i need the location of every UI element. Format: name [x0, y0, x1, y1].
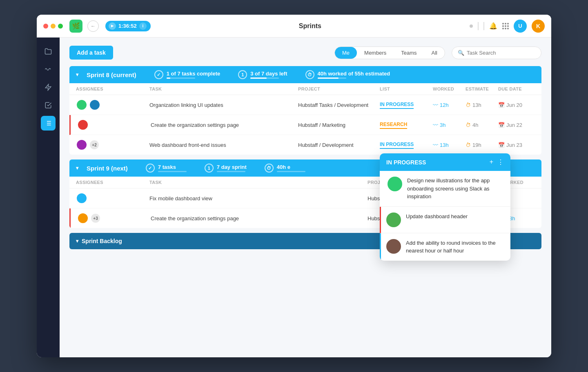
- clock-icon: ⏱: [466, 142, 471, 148]
- col-task: Task: [149, 180, 368, 185]
- window-controls: [43, 24, 63, 29]
- search-input[interactable]: [467, 50, 535, 56]
- panel-title: IN PROGRESS: [386, 159, 426, 166]
- sprint-9-stat2: 1 7 day sprint: [205, 164, 247, 173]
- add-task-button[interactable]: Add a task: [69, 46, 113, 60]
- status-badge: IN PROGRESS: [380, 141, 414, 149]
- sprint-backlog-name: Sprint Backlog: [82, 238, 122, 244]
- status-dot: [470, 24, 473, 28]
- col-duedate: Due Date: [498, 86, 535, 91]
- sidebar-item-wave[interactable]: [41, 62, 56, 77]
- assignees-cell: [77, 119, 151, 131]
- sidebar: [37, 38, 60, 357]
- panel-add-button[interactable]: +: [490, 158, 493, 166]
- table-row[interactable]: Organization linking UI updates Hubstaff…: [69, 95, 541, 115]
- sprint-8-chevron[interactable]: ▾: [76, 72, 78, 78]
- user-initial[interactable]: K: [532, 20, 545, 33]
- back-button[interactable]: ←: [87, 20, 99, 32]
- table-row[interactable]: Create the organization settings page Hu…: [69, 115, 541, 135]
- panel-item[interactable]: Add the ability to round invoices to the…: [380, 233, 510, 261]
- close-dot[interactable]: [43, 24, 48, 29]
- topbar: Add a task Me Members Teams All 🔍: [69, 46, 541, 60]
- sidebar-item-bolt[interactable]: [41, 80, 56, 95]
- sidebar-item-files[interactable]: [41, 44, 56, 59]
- assignees-cell: [76, 193, 149, 204]
- sprint-9-chevron[interactable]: ▾: [76, 165, 78, 171]
- avatar: [77, 119, 89, 131]
- due-cell: 📅 Jun 22: [498, 122, 535, 128]
- filter-me[interactable]: Me: [335, 47, 357, 59]
- sprint-8-stat1: ✓ 1 of 7 tasks complete: [154, 70, 220, 79]
- wave-icon: 〰: [433, 122, 438, 128]
- info-icon[interactable]: i: [139, 22, 147, 30]
- sprint-9-stat3: ⏱ 40h e: [265, 164, 305, 173]
- filter-teams[interactable]: Teams: [394, 47, 424, 59]
- sidebar-item-check[interactable]: [41, 98, 56, 113]
- due-cell: 📅 Jun 23: [498, 142, 535, 148]
- task-name: Create the organization settings page: [151, 122, 298, 128]
- cal-icon: 📅: [498, 142, 505, 148]
- project-name: Hubstaff Tasks / Development: [298, 102, 380, 108]
- estimate-cell: ⏱ 19h: [466, 142, 498, 148]
- panel-item-text: Design new illustrations for the app onb…: [407, 177, 504, 201]
- avatar: [89, 99, 100, 111]
- col-task: Task: [149, 86, 298, 91]
- panel-item-text: Update dashboard header: [406, 213, 468, 221]
- sprint-9-stat1-label: 7 tasks: [158, 164, 187, 170]
- col-list: List: [380, 86, 433, 91]
- day-icon: 1: [205, 164, 214, 173]
- sprint-8-stat2: 1 3 of 7 days left: [238, 70, 287, 79]
- task-name: Organization linking UI updates: [149, 102, 298, 108]
- sprint-8-stat3: ⏱ 40h worked of 55h estimated: [305, 70, 390, 79]
- grid-icon[interactable]: [502, 23, 509, 29]
- panel-actions: + ⋮: [490, 158, 504, 166]
- assignees-cell: [76, 99, 149, 111]
- project-name: Hubstaff / Marketing: [298, 122, 380, 128]
- cal-icon: 📅: [498, 122, 505, 128]
- sprint-9-stat2-label: 7 day sprint: [217, 164, 247, 170]
- estimate-cell: ⏱ 13h: [466, 102, 498, 108]
- panel-item[interactable]: Update dashboard header: [380, 207, 510, 233]
- status-cell: IN PROGRESS: [380, 141, 433, 149]
- maximize-dot[interactable]: [58, 24, 63, 29]
- sprint-8-header: ▾ Sprint 8 (current) ✓ 1 of 7 tasks comp…: [69, 66, 541, 83]
- cal-icon: 📅: [498, 102, 505, 108]
- panel-avatar: [386, 239, 401, 254]
- hours-icon: ⏱: [265, 164, 274, 173]
- clock-icon: ⏱: [466, 122, 471, 128]
- avatar: [77, 213, 89, 224]
- divider2: [483, 22, 484, 30]
- bell-icon[interactable]: 🔔: [489, 22, 497, 30]
- status-cell: RESEARCH: [380, 121, 433, 129]
- sidebar-item-list[interactable]: [41, 116, 56, 131]
- filter-members[interactable]: Members: [357, 47, 394, 59]
- filter-all[interactable]: All: [424, 47, 445, 59]
- col-worked: Worked: [433, 86, 466, 91]
- col-project: Project: [298, 86, 380, 91]
- timer-badge[interactable]: ▶ 1:36:52 i: [105, 21, 151, 31]
- worked-cell: 〰 3h: [433, 122, 466, 128]
- assignees-cell: +2: [76, 139, 149, 151]
- assignees-cell: +3: [77, 213, 151, 224]
- status-cell: IN PROGRESS: [380, 101, 433, 109]
- worked-cell: 〰 12h: [433, 102, 466, 108]
- wave-icon: 〰: [433, 102, 438, 108]
- wave-icon: 〰: [433, 142, 438, 148]
- task-complete-icon: ✓: [154, 70, 163, 79]
- more-badge: +2: [89, 140, 100, 150]
- worked-cell: 〰 13h: [433, 142, 466, 148]
- sprint-8-stat1-label: 1 of 7 tasks complete: [167, 71, 220, 77]
- task-name: Fix mobile dashboard view: [149, 195, 368, 202]
- play-icon: ▶: [109, 22, 116, 30]
- panel-menu-button[interactable]: ⋮: [497, 158, 504, 166]
- panel-avatar: [388, 177, 402, 191]
- search-box: 🔍: [452, 46, 541, 59]
- minimize-dot[interactable]: [51, 24, 56, 29]
- sprint-8-col-headers: Assignees Task Project List Worked Estim…: [69, 83, 541, 95]
- sprint-backlog-chevron[interactable]: ▾: [76, 238, 78, 244]
- clock-icon: ⏱: [466, 102, 471, 108]
- table-row[interactable]: +2 Web dashboard front-end issues Hubsta…: [69, 135, 541, 155]
- titlebar: 🌿 ← ▶ 1:36:52 i Sprints 🔔 U K: [37, 15, 551, 38]
- panel-item[interactable]: Design new illustrations for the app onb…: [380, 171, 510, 207]
- user-avatar[interactable]: U: [514, 20, 527, 33]
